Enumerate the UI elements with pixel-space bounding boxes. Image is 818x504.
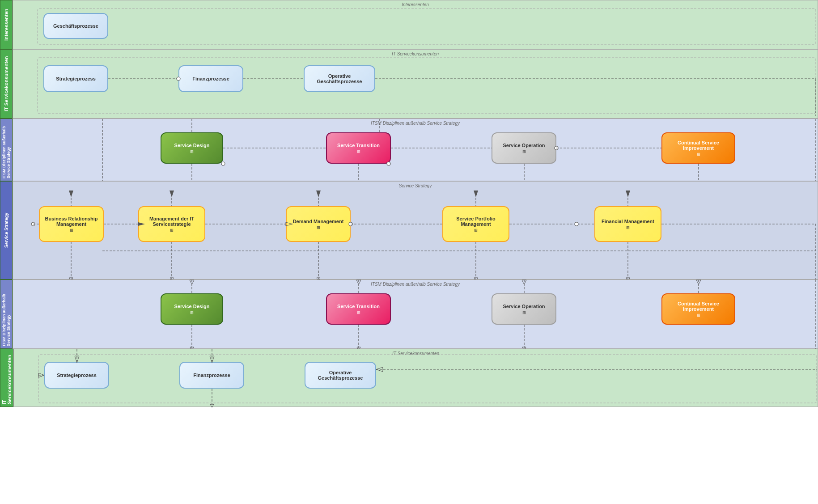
svg-rect-69 bbox=[38, 355, 817, 403]
expand-icon-sd-top: ⊞ bbox=[190, 149, 194, 154]
expand-icon-so-bottom: ⊞ bbox=[522, 310, 526, 315]
lane-content-service-strategy: Service Strategy Business Relationship M… bbox=[13, 181, 818, 280]
section-title-it-bottom: IT Servicekonsumenten bbox=[14, 351, 818, 356]
svg-rect-0 bbox=[38, 8, 816, 44]
lane-label-service-strategy: Service Strategy bbox=[0, 181, 13, 280]
lane-content-itsm-top: ITSM Disziplinen außerhalb Service Strat… bbox=[13, 119, 818, 181]
node-service-design-bottom[interactable]: Service Design ⊞ bbox=[161, 293, 223, 325]
svg-marker-77 bbox=[210, 404, 214, 407]
lane-it-top: IT Servicekonsumenten IT Servicekonsumen… bbox=[0, 49, 818, 119]
node-service-operation-bottom[interactable]: Service Operation ⊞ bbox=[492, 293, 556, 325]
svg-marker-78 bbox=[38, 373, 44, 377]
node-continual-top[interactable]: Continual Service Improvement ⊞ bbox=[661, 132, 735, 164]
expand-icon-sd-bottom: ⊞ bbox=[190, 310, 194, 315]
arrows-row2 bbox=[13, 50, 818, 118]
arrows-service-strategy bbox=[13, 182, 818, 279]
lane-label-it-bottom: IT Servicekonsumenten bbox=[0, 349, 13, 407]
section-title-service-strategy: Service Strategy bbox=[13, 183, 818, 188]
node-operative-bottom[interactable]: Operative Geschäftsprozesse bbox=[305, 362, 376, 389]
section-title-itsm-bottom: ITSM Disziplinen außerhalb Service Strat… bbox=[13, 282, 818, 287]
node-service-portfolio[interactable]: Service Portfolio Management ⊞ bbox=[442, 206, 509, 242]
svg-point-40 bbox=[575, 222, 578, 226]
expand-icon-mit: ⊞ bbox=[170, 228, 174, 233]
svg-marker-23 bbox=[170, 191, 174, 197]
svg-marker-21 bbox=[69, 191, 73, 197]
node-business-relationship[interactable]: Business Relationship Management ⊞ bbox=[39, 206, 104, 242]
lane-service-strategy: Service Strategy Service Strategy Busine… bbox=[0, 181, 818, 280]
node-finanzprozesse-bottom[interactable]: Finanzprozesse bbox=[179, 362, 244, 389]
section-title-it-top: IT Servicekonsumenten bbox=[13, 51, 818, 56]
section-title-itsm-top: ITSM Disziplinen außerhalb Service Strat… bbox=[13, 121, 818, 126]
node-service-design-top[interactable]: Service Design ⊞ bbox=[161, 132, 223, 164]
svg-marker-29 bbox=[626, 191, 630, 197]
svg-marker-25 bbox=[316, 191, 321, 197]
section-title-interessenten: Interessenten bbox=[13, 2, 818, 7]
expand-icon-spm: ⊞ bbox=[474, 228, 478, 233]
node-operative-top[interactable]: Operative Geschäftsprozesse bbox=[304, 65, 375, 92]
node-demand-management[interactable]: Demand Management ⊞ bbox=[286, 206, 351, 242]
expand-icon-csi-top: ⊞ bbox=[697, 152, 700, 157]
svg-marker-27 bbox=[474, 191, 478, 197]
node-financial-management[interactable]: Financial Management ⊞ bbox=[594, 206, 661, 242]
lane-itsm-top: ITSM Disziplinen außerhalb Service Strat… bbox=[0, 119, 818, 181]
lane-label-interessenten: Interessenten bbox=[0, 0, 13, 49]
svg-point-33 bbox=[31, 222, 35, 226]
node-continual-bottom[interactable]: Continual Service Improvement ⊞ bbox=[661, 293, 735, 325]
lane-label-itsm-top: ITSM Disziplinen außerhalb Service Strat… bbox=[0, 119, 13, 181]
expand-icon-csi-bottom: ⊞ bbox=[697, 313, 700, 318]
lane-content-itsm-bottom: ITSM Disziplinen außerhalb Service Strat… bbox=[13, 280, 818, 349]
expand-icon-dm: ⊞ bbox=[317, 225, 320, 230]
lane-label-itsm-bottom: ITSM Disziplinen außerhalb Service Strat… bbox=[0, 280, 13, 349]
node-geschaeftsprozesse[interactable]: Geschäftsprozesse bbox=[43, 13, 108, 39]
node-service-operation-top[interactable]: Service Operation ⊞ bbox=[492, 132, 556, 164]
lane-it-bottom: IT Servicekonsumenten IT Servicekonsumen… bbox=[0, 349, 818, 407]
node-strategieprozess-top[interactable]: Strategieprozess bbox=[43, 65, 108, 92]
lane-content-it-bottom: IT Servicekonsumenten Strategieprozess F… bbox=[13, 349, 818, 407]
lane-content-interessenten: Interessenten Geschäftsprozesse bbox=[13, 0, 818, 49]
lane-interessenten: Interessenten Interessenten Geschäftspro… bbox=[0, 0, 818, 49]
node-service-transition-top[interactable]: Service Transition ⊞ bbox=[326, 132, 391, 164]
expand-icon-so-top: ⊞ bbox=[522, 149, 526, 154]
node-finanzprozesse-top[interactable]: Finanzprozesse bbox=[178, 65, 243, 92]
node-management-it[interactable]: Management der IT Servicestrategie ⊞ bbox=[138, 206, 205, 242]
expand-icon-st-bottom: ⊞ bbox=[357, 310, 360, 315]
node-strategieprozess-bottom[interactable]: Strategieprozess bbox=[44, 362, 109, 389]
expand-icon-fm: ⊞ bbox=[626, 225, 630, 230]
arrows-row1 bbox=[13, 0, 818, 49]
node-service-transition-bottom[interactable]: Service Transition ⊞ bbox=[326, 293, 391, 325]
lane-content-it-top: IT Servicekonsumenten Strategieprozess F… bbox=[13, 49, 818, 119]
lane-label-it-top: IT Servicekonsumenten bbox=[0, 49, 13, 119]
svg-marker-74 bbox=[376, 367, 383, 372]
arrows-row6 bbox=[14, 349, 818, 407]
svg-point-10 bbox=[221, 162, 225, 165]
diagram-container: Interessenten Interessenten Geschäftspro… bbox=[0, 0, 818, 504]
expand-icon-brm: ⊞ bbox=[70, 228, 73, 233]
expand-icon-st-top: ⊞ bbox=[357, 149, 360, 154]
svg-rect-1 bbox=[38, 58, 816, 114]
lane-itsm-bottom: ITSM Disziplinen außerhalb Service Strat… bbox=[0, 280, 818, 349]
